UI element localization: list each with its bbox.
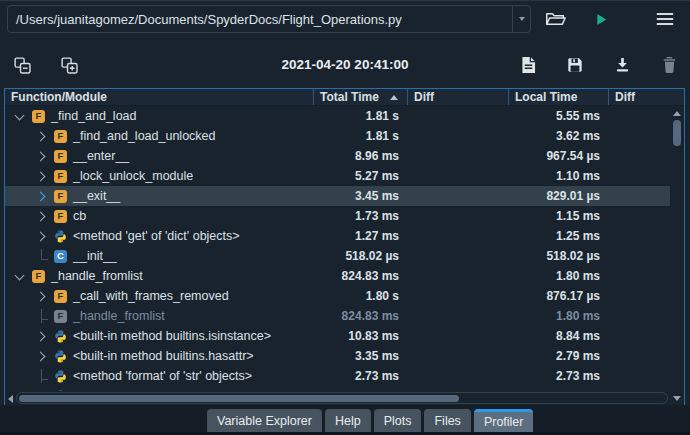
- tree-marker[interactable]: [35, 350, 48, 363]
- cell-function-module: <built-in method builtins.isinstance>: [5, 329, 314, 343]
- tree-marker[interactable]: [35, 290, 48, 303]
- options-menu-button[interactable]: [651, 5, 679, 33]
- browse-file-button[interactable]: [541, 5, 569, 33]
- function-name: <method 'get' of 'dict' objects>: [73, 229, 240, 243]
- table-row[interactable]: <built-in method builtins.hasattr> 3.35 …: [5, 346, 670, 366]
- cell-total-time: 1.27 ms: [314, 229, 408, 243]
- header-diff-local[interactable]: Diff: [609, 89, 684, 105]
- run-profiler-button[interactable]: [587, 5, 615, 33]
- cell-function-module: <method 'get' of 'dict' objects>: [5, 229, 314, 243]
- cell-local-time: 1.80 ms: [509, 269, 609, 283]
- tree-marker[interactable]: [35, 370, 48, 383]
- cell-total-time: 824.83 ms: [314, 309, 408, 323]
- open-report-button[interactable]: [515, 52, 541, 78]
- tree-marker[interactable]: [35, 190, 48, 203]
- tab-files[interactable]: Files: [424, 409, 470, 432]
- cell-function-module: F _find_and_load_unlocked: [5, 129, 314, 143]
- function-icon: F: [54, 130, 67, 143]
- folder-icon: [545, 10, 566, 28]
- tree-marker[interactable]: [35, 310, 48, 323]
- function-name: _handle_fromlist: [51, 269, 143, 283]
- cell-function-module: C __init__: [5, 249, 314, 263]
- horizontal-scrollbar[interactable]: [5, 391, 670, 405]
- function-name: __init__: [73, 249, 117, 263]
- table-row[interactable]: <built-in method builtins.isinstance> 10…: [5, 326, 670, 346]
- vertical-scrollbar-thumb[interactable]: [673, 120, 681, 146]
- combobox-dropdown-button[interactable]: [512, 6, 530, 32]
- pane-tabs: Variable ExplorerHelpPlotsFilesProfiler: [207, 409, 533, 432]
- tree-marker[interactable]: [35, 230, 48, 243]
- tab-variable-explorer[interactable]: Variable Explorer: [207, 409, 322, 432]
- tree-marker[interactable]: [35, 250, 48, 263]
- function-icon: F: [32, 110, 45, 123]
- row-icon-slot: F: [54, 210, 67, 223]
- table-row[interactable]: F _find_and_load 1.81 s 5.55 ms: [5, 106, 670, 126]
- table-row[interactable]: F __enter__ 8.96 ms 967.54 µs: [5, 146, 670, 166]
- hamburger-icon: [656, 13, 674, 26]
- table-row[interactable]: <method 'get' of 'dict' objects> 1.27 ms…: [5, 226, 670, 246]
- function-name: __exit__: [73, 189, 120, 203]
- tree-marker[interactable]: [13, 270, 26, 283]
- row-icon-slot: F: [54, 130, 67, 143]
- scroll-up-icon: [673, 111, 681, 116]
- collapse-button[interactable]: [9, 52, 35, 78]
- row-icon-slot: F: [54, 290, 67, 303]
- save-icon: [567, 57, 583, 73]
- table-row[interactable]: F _handle_fromlist 824.83 ms 1.80 ms: [5, 266, 670, 286]
- horizontal-scrollbar-thumb[interactable]: [19, 395, 459, 403]
- table-row[interactable]: <method 'format' of 'str' objects> 2.73 …: [5, 366, 670, 386]
- download-icon: [615, 57, 630, 73]
- tree-marker[interactable]: [35, 330, 48, 343]
- cell-total-time: 518.02 µs: [314, 249, 408, 263]
- collapse-icon: [14, 57, 31, 74]
- table-row[interactable]: F _lock_unlock_module 5.27 ms 1.10 ms: [5, 166, 670, 186]
- save-data-button[interactable]: [562, 52, 588, 78]
- cell-function-module: F _call_with_frames_removed: [5, 289, 314, 303]
- profiler-tree-table: Function/Module Total Time Diff Local Ti…: [4, 88, 685, 406]
- function-name: _find_and_load: [51, 109, 137, 123]
- tree-marker[interactable]: [35, 210, 48, 223]
- tab-profiler[interactable]: Profiler: [474, 409, 534, 432]
- table-row[interactable]: F _handle_fromlist 824.83 ms 1.80 ms: [5, 306, 670, 326]
- cell-function-module: <method 'format' of 'str' objects>: [5, 369, 314, 383]
- tab-help[interactable]: Help: [325, 409, 371, 432]
- expand-icon: [61, 57, 78, 74]
- function-name: <built-in method builtins.isinstance>: [73, 329, 271, 343]
- row-icon-slot: F: [32, 270, 45, 283]
- cell-function-module: F __enter__: [5, 149, 314, 163]
- row-icon-slot: F: [32, 110, 45, 123]
- function-name: __enter__: [73, 149, 129, 163]
- function-name: <built-in method builtins.hasattr>: [73, 349, 254, 363]
- cell-local-time: 1.10 ms: [509, 169, 609, 183]
- function-icon: F: [54, 170, 67, 183]
- clear-button[interactable]: [656, 52, 682, 78]
- expand-button[interactable]: [56, 52, 82, 78]
- header-local-time[interactable]: Local Time: [509, 89, 609, 105]
- table-row[interactable]: F __exit__ 3.45 ms 829.01 µs: [5, 186, 670, 206]
- cell-total-time: 824.83 ms: [314, 269, 408, 283]
- tab-plots[interactable]: Plots: [374, 409, 422, 432]
- vertical-scrollbar[interactable]: [670, 106, 684, 391]
- cell-total-time: 1.80 s: [314, 289, 408, 303]
- tree-marker[interactable]: [35, 150, 48, 163]
- table-row[interactable]: F _call_with_frames_removed 1.80 s 876.1…: [5, 286, 670, 306]
- table-header: Function/Module Total Time Diff Local Ti…: [5, 89, 684, 106]
- download-button[interactable]: [609, 52, 635, 78]
- header-function-module[interactable]: Function/Module: [5, 89, 314, 105]
- cell-local-time: 5.55 ms: [509, 109, 609, 123]
- script-path-combobox[interactable]: /Users/juanitagomez/Documents/SpyderDocs…: [7, 5, 531, 33]
- chevron-down-icon: [519, 17, 525, 21]
- table-row[interactable]: F cb 1.73 ms 1.15 ms: [5, 206, 670, 226]
- cell-local-time: 3.62 ms: [509, 129, 609, 143]
- header-diff-total[interactable]: Diff: [408, 89, 509, 105]
- sort-ascending-icon: [390, 95, 398, 100]
- header-total-time[interactable]: Total Time: [314, 89, 408, 105]
- script-path-value: /Users/juanitagomez/Documents/SpyderDocs…: [8, 12, 512, 27]
- table-row[interactable]: C __init__ 518.02 µs 518.02 µs: [5, 246, 670, 266]
- tree-marker[interactable]: [13, 110, 26, 123]
- cell-function-module: F _lock_unlock_module: [5, 169, 314, 183]
- tree-marker[interactable]: [35, 130, 48, 143]
- table-row[interactable]: F _find_and_load_unlocked 1.81 s 3.62 ms: [5, 126, 670, 146]
- cell-function-module: F _find_and_load: [5, 109, 314, 123]
- tree-marker[interactable]: [35, 170, 48, 183]
